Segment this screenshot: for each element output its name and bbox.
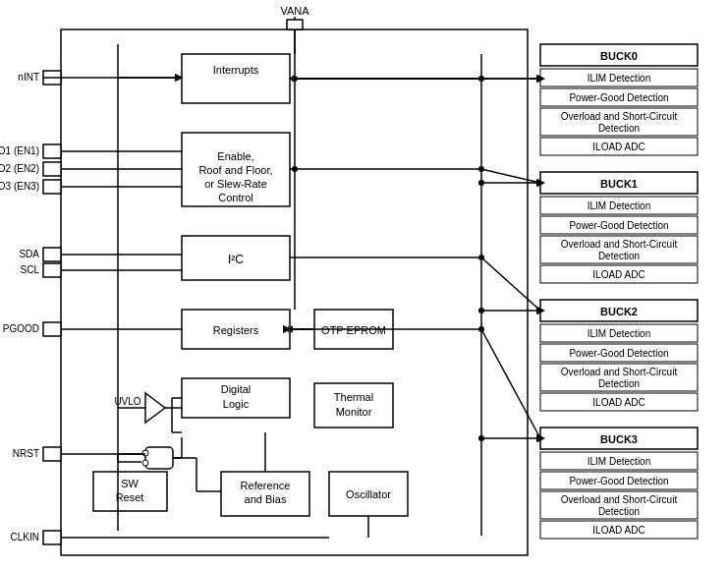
buck1-label: BUCK1 bbox=[600, 178, 638, 190]
svg-rect-41 bbox=[43, 144, 61, 158]
nrst-pin: NRST bbox=[13, 448, 39, 459]
nint-pin: nINT bbox=[18, 72, 39, 83]
overload3b: Detection bbox=[598, 506, 640, 517]
ref-bias-label1: Reference bbox=[241, 480, 291, 491]
svg-rect-53 bbox=[43, 447, 61, 461]
enable-label4: Control bbox=[218, 192, 252, 203]
diagram-svg: VANA Interrupts Enable, Roof and Floor, … bbox=[0, 0, 728, 570]
enable-label: Enable, bbox=[217, 150, 253, 162]
svg-rect-47 bbox=[43, 248, 61, 261]
sw-reset-label2: Reset bbox=[116, 491, 144, 503]
iload2: ILOAD ADC bbox=[592, 397, 644, 408]
enable-label3: or Slew-Rate bbox=[204, 178, 267, 190]
svg-marker-13 bbox=[145, 393, 165, 423]
svg-point-113 bbox=[478, 435, 484, 441]
scl-pin: SCL bbox=[21, 264, 40, 275]
overload3a: Overload and Short-Circuit bbox=[561, 494, 678, 505]
svg-point-112 bbox=[478, 308, 484, 314]
thermal-label1: Thermal bbox=[334, 391, 373, 403]
overload0a: Overload and Short-Circuit bbox=[561, 111, 678, 122]
svg-line-68 bbox=[481, 257, 540, 311]
svg-line-75 bbox=[481, 329, 540, 438]
svg-point-16 bbox=[142, 460, 148, 466]
ilim1: ILIM Detection bbox=[588, 200, 650, 211]
clkin-pin: CLKIN bbox=[11, 532, 39, 542]
svg-rect-14 bbox=[145, 447, 173, 469]
i2c-label: I²C bbox=[228, 253, 244, 266]
svg-point-70 bbox=[478, 255, 484, 260]
pgood3: Power-Good Detection bbox=[569, 476, 668, 486]
svg-rect-3 bbox=[182, 54, 290, 103]
pgood2: Power-Good Detection bbox=[569, 348, 668, 359]
iload3: ILOAD ADC bbox=[592, 525, 644, 536]
gpio2-pin: GPIO2 (EN2) bbox=[0, 163, 39, 174]
iload1: ILOAD ADC bbox=[592, 269, 644, 280]
buck2-label: BUCK2 bbox=[600, 306, 638, 317]
overload2b: Detection bbox=[598, 378, 640, 389]
svg-rect-49 bbox=[43, 263, 61, 277]
digital-logic-label2: Logic bbox=[223, 398, 250, 410]
overload2a: Overload and Short-Circuit bbox=[561, 367, 678, 377]
svg-point-111 bbox=[478, 180, 484, 186]
ilim2: ILIM Detection bbox=[588, 328, 650, 339]
enable-label2: Roof and Floor, bbox=[198, 164, 272, 176]
buck0-label: BUCK0 bbox=[600, 50, 638, 62]
sw-reset-label1: SW bbox=[121, 478, 139, 489]
svg-rect-45 bbox=[43, 180, 61, 194]
registers-label: Registers bbox=[213, 324, 259, 336]
overload1a: Overload and Short-Circuit bbox=[561, 239, 678, 250]
ref-bias-label2: and Bias bbox=[245, 493, 287, 505]
ilim0: ILIM Detection bbox=[588, 73, 650, 84]
overload1b: Detection bbox=[598, 251, 640, 261]
svg-rect-2 bbox=[287, 20, 303, 29]
svg-point-77 bbox=[478, 326, 484, 332]
pgood1: Power-Good Detection bbox=[569, 220, 668, 231]
gpio3-pin: GPIO3 (EN3) bbox=[0, 181, 39, 192]
iload0: ILOAD ADC bbox=[592, 142, 644, 152]
svg-point-94 bbox=[292, 166, 298, 172]
otp-label: OTP EPROM bbox=[321, 324, 386, 336]
gpio1-pin: GPIO1 (EN1) bbox=[0, 145, 39, 156]
svg-rect-55 bbox=[43, 531, 61, 544]
pgood-pin: PGOOD bbox=[3, 323, 39, 334]
overload0b: Detection bbox=[598, 123, 640, 134]
ilim3: ILIM Detection bbox=[588, 456, 650, 467]
svg-rect-43 bbox=[43, 162, 61, 176]
thermal-label2: Monitor bbox=[336, 406, 372, 418]
block-diagram: VANA Interrupts Enable, Roof and Floor, … bbox=[0, 0, 728, 570]
digital-logic-label1: Digital bbox=[221, 383, 252, 395]
oscillator-label: Oscillator bbox=[346, 488, 391, 500]
buck3-label: BUCK3 bbox=[600, 433, 638, 445]
sda-pin: SDA bbox=[19, 249, 39, 259]
pgood0: Power-Good Detection bbox=[569, 92, 668, 103]
svg-rect-51 bbox=[43, 322, 61, 336]
vana-label: VANA bbox=[280, 5, 309, 17]
interrupts-label: Interrupts bbox=[213, 64, 259, 76]
svg-point-15 bbox=[142, 450, 148, 456]
